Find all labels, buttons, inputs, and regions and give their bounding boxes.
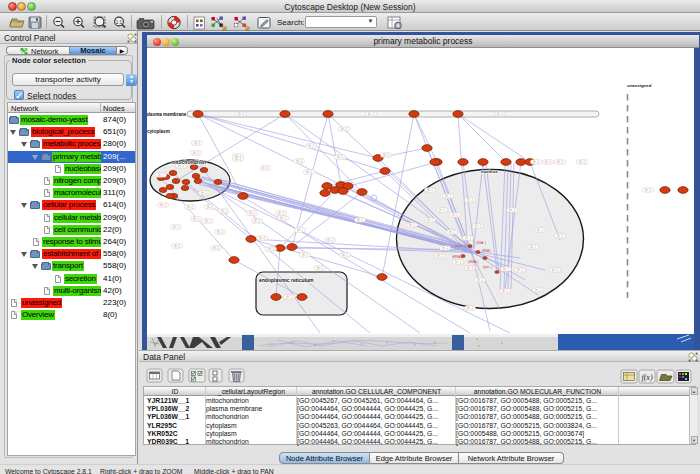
svg-text:(nucle..): (nucle..) bbox=[455, 244, 466, 248]
svg-text:endoplasmic reticulum: endoplasmic reticulum bbox=[259, 277, 314, 283]
svg-text:mitochondrion: mitochondrion bbox=[171, 159, 206, 165]
svg-text:(rRNA.): (rRNA.) bbox=[468, 260, 478, 264]
svg-text:(DNA..): (DNA..) bbox=[476, 241, 486, 245]
svg-text:plasma membrane: plasma membrane bbox=[147, 112, 187, 117]
svg-text:f(x): f(x) bbox=[641, 373, 652, 382]
svg-text:1:1: 1:1 bbox=[116, 20, 123, 25]
svg-text:(tRNA..): (tRNA..) bbox=[452, 255, 463, 259]
svg-text:(RNA.): (RNA.) bbox=[482, 249, 491, 253]
svg-text:nucleus: nucleus bbox=[481, 169, 498, 174]
svg-text:cytoplasm: cytoplasm bbox=[147, 129, 170, 134]
svg-text:(gen..): (gen..) bbox=[483, 265, 492, 269]
svg-text:unassigned: unassigned bbox=[627, 83, 652, 88]
